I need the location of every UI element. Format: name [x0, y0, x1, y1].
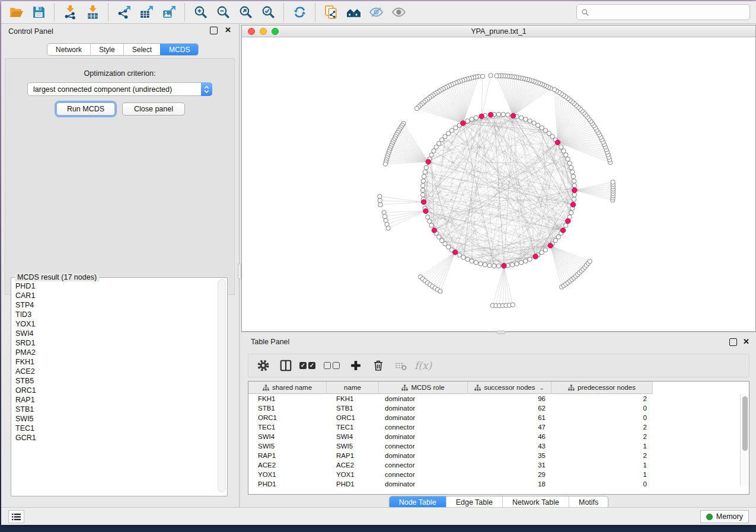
mcds-result-item[interactable]: PMA2 [12, 348, 218, 357]
network-node[interactable] [434, 145, 438, 149]
network-node[interactable] [572, 197, 576, 201]
column-header-name[interactable]: name [327, 382, 379, 394]
table-row[interactable]: PHD1PHD1dominator180 [248, 479, 653, 489]
network-node[interactable] [421, 184, 425, 188]
mcds-result-item[interactable]: STP4 [12, 300, 218, 310]
close-panel-icon[interactable]: ✕ [225, 25, 231, 34]
network-node[interactable] [572, 193, 576, 197]
network-node[interactable] [572, 184, 576, 188]
mcds-result-item[interactable]: CAR1 [12, 291, 218, 300]
network-node[interactable] [510, 262, 514, 267]
add-column-icon[interactable] [347, 357, 365, 374]
tab-select[interactable]: Select [123, 44, 160, 55]
leaf-node[interactable] [552, 88, 556, 92]
network-node[interactable] [572, 179, 576, 183]
horizontal-splitter-grip[interactable] [497, 331, 505, 334]
network-node[interactable] [461, 255, 465, 259]
mcds-dominator-node[interactable] [426, 159, 430, 164]
network-node[interactable] [569, 210, 573, 214]
mcds-list-scrollbar[interactable] [218, 279, 226, 492]
table-row[interactable]: YOX1YOX1connector291 [248, 470, 653, 479]
mcds-dominator-node[interactable] [560, 228, 565, 233]
mcds-result-item[interactable]: STB5 [12, 376, 218, 386]
network-node[interactable] [540, 126, 544, 130]
network-node[interactable] [564, 153, 568, 157]
leaf-node[interactable] [382, 214, 387, 219]
criterion-dropdown[interactable]: largest connected component (undirected) [27, 82, 212, 96]
leaf-node[interactable] [495, 73, 499, 78]
mcds-dominator-node[interactable] [421, 200, 426, 204]
mcds-result-item[interactable]: TEC1 [12, 424, 218, 433]
task-history-button[interactable] [8, 510, 24, 523]
mcds-dominator-node[interactable] [570, 202, 575, 207]
column-header-predecessor-nodes[interactable]: predecessor nodes [551, 382, 653, 394]
network-node[interactable] [501, 113, 505, 117]
mcds-dominator-node[interactable] [572, 188, 577, 193]
network-node[interactable] [487, 263, 492, 267]
network-node[interactable] [421, 179, 425, 183]
network-node[interactable] [428, 219, 432, 223]
mcds-result-item[interactable]: PHD1 [12, 281, 218, 291]
network-node[interactable] [536, 123, 540, 127]
network-node[interactable] [422, 174, 426, 178]
network-node[interactable] [423, 170, 427, 174]
leaf-node[interactable] [480, 74, 484, 78]
mcds-dominator-node[interactable] [533, 254, 538, 259]
network-node[interactable] [496, 112, 500, 116]
select-all-checkboxes-icon[interactable]: ✓✓ [299, 362, 315, 369]
apply-layout-icon[interactable] [288, 3, 311, 22]
network-node[interactable] [532, 121, 536, 125]
network-node[interactable] [519, 116, 523, 120]
leaf-node[interactable] [378, 203, 382, 207]
leaf-node[interactable] [382, 210, 386, 214]
leaf-node[interactable] [489, 73, 493, 78]
network-node[interactable] [429, 223, 433, 227]
network-node[interactable] [566, 157, 570, 161]
column-header-MCDS-role[interactable]: MCDS role [379, 382, 468, 394]
table-row[interactable]: FKH1FKH1dominator962 [248, 394, 653, 403]
mcds-result-item[interactable]: SWI4 [12, 329, 218, 338]
table-row[interactable]: STB1STB1dominator620 [248, 403, 653, 413]
tab-style[interactable]: Style [90, 44, 123, 55]
settings-gear-icon[interactable] [254, 357, 272, 374]
tab-motifs[interactable]: Motifs [569, 496, 608, 508]
network-node[interactable] [559, 145, 563, 149]
leaf-node[interactable] [378, 194, 382, 198]
leaf-node[interactable] [611, 180, 615, 184]
table-row[interactable]: RAP1RAP1dominator352 [248, 451, 653, 460]
leaf-node[interactable] [588, 259, 592, 263]
delete-table-icon[interactable] [392, 357, 410, 374]
network-node[interactable] [570, 170, 575, 174]
tab-edge-table[interactable]: Edge Table [446, 496, 502, 508]
mcds-result-item[interactable]: YOX1 [12, 319, 218, 329]
mcds-dominator-node[interactable] [432, 228, 436, 233]
network-node[interactable] [528, 257, 532, 261]
leaf-node[interactable] [511, 303, 515, 307]
open-file-icon[interactable] [5, 3, 27, 22]
copy-network-icon[interactable] [320, 3, 342, 22]
deselect-all-checkboxes-icon[interactable] [324, 362, 340, 369]
mcds-dominator-node[interactable] [452, 250, 457, 255]
mcds-result-item[interactable]: SRD1 [12, 338, 218, 348]
first-neighbors-icon[interactable] [342, 3, 365, 22]
table-scrollbar[interactable] [740, 394, 749, 486]
network-node[interactable] [426, 215, 430, 219]
network-node[interactable] [424, 165, 428, 169]
network-node[interactable] [515, 262, 519, 266]
network-node[interactable] [496, 264, 500, 268]
tab-network-table[interactable]: Network Table [502, 496, 569, 508]
run-mcds-button[interactable]: Run MCDS [56, 102, 115, 116]
network-node[interactable] [569, 165, 573, 169]
network-node[interactable] [571, 174, 575, 178]
mcds-dominator-node[interactable] [479, 114, 484, 118]
float-table-panel-icon[interactable] [729, 338, 737, 346]
network-node[interactable] [465, 119, 470, 123]
mcds-dominator-node[interactable] [555, 140, 560, 145]
table-row[interactable]: ACE2ACE2connector311 [248, 460, 653, 470]
network-node[interactable] [457, 253, 461, 257]
mcds-dominator-node[interactable] [502, 264, 506, 268]
leaf-node[interactable] [414, 106, 419, 110]
export-table-icon[interactable] [135, 3, 158, 22]
network-node[interactable] [479, 262, 483, 266]
mcds-result-item[interactable]: ORC1 [12, 386, 218, 395]
